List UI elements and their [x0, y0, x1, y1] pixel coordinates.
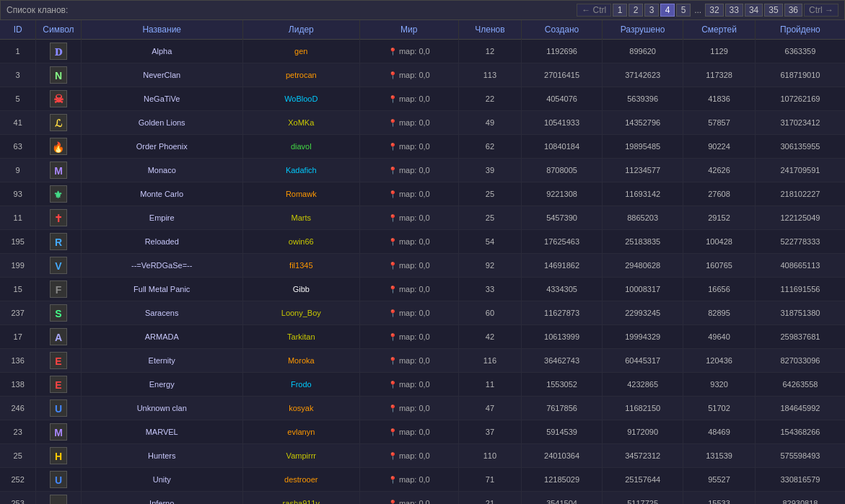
cell-leader[interactable]: Gibb	[242, 278, 359, 301]
cell-name[interactable]: Full Metal Panic	[81, 278, 242, 301]
cell-deaths: 1129	[683, 40, 756, 63]
cell-name[interactable]: --=VeRDGaSe=--	[81, 254, 242, 278]
cell-leader[interactable]: Vampirrr	[242, 444, 359, 468]
top-page-4[interactable]: 4	[660, 4, 675, 17]
cell-destroyed: 37142623	[603, 63, 683, 87]
cell-world[interactable]: 📍 map: 0,0	[359, 325, 458, 349]
cell-leader[interactable]: Romawk	[242, 182, 359, 206]
table-row[interactable]: 5 ☠ NeGaTiVe WoBlooD 📍 map: 0,0 22 40540…	[0, 87, 845, 111]
table-row[interactable]: 3 N NeverClan petrocan 📍 map: 0,0 113 27…	[0, 63, 845, 87]
top-ctrl-left[interactable]: ← Ctrl	[577, 4, 611, 17]
cell-created: 10840184	[521, 135, 602, 159]
top-page-3[interactable]: 3	[644, 4, 659, 17]
cell-leader[interactable]: Moroka	[242, 349, 359, 373]
cell-world[interactable]: 📍 map: 0,0	[359, 420, 458, 444]
cell-world[interactable]: 📍 map: 0,0	[359, 373, 458, 397]
table-row[interactable]: 63 🔥 Order Phoenix diavol 📍 map: 0,0 62 …	[0, 135, 845, 159]
cell-world[interactable]: 📍 map: 0,0	[359, 87, 458, 111]
table-row[interactable]: 253 ┐ Inferno rasha911v 📍 map: 0,0 21 35…	[0, 492, 845, 505]
cell-world[interactable]: 📍 map: 0,0	[359, 301, 458, 325]
cell-name[interactable]: Inferno	[81, 492, 242, 505]
cell-name[interactable]: Reloaded	[81, 230, 242, 254]
table-row[interactable]: 246 U Unknown clan kosyak 📍 map: 0,0 47 …	[0, 397, 845, 420]
top-page-35[interactable]: 35	[764, 4, 782, 17]
cell-name[interactable]: NeGaTiVe	[81, 87, 242, 111]
cell-name[interactable]: Eternity	[81, 349, 242, 373]
cell-name[interactable]: Monaco	[81, 159, 242, 182]
table-row[interactable]: 199 V --=VeRDGaSe=-- fil1345 📍 map: 0,0 …	[0, 254, 845, 278]
table-row[interactable]: 252 U Unity destrooer 📍 map: 0,0 71 1218…	[0, 468, 845, 492]
cell-world[interactable]: 📍 map: 0,0	[359, 159, 458, 182]
top-page-1[interactable]: 1	[613, 4, 627, 17]
cell-leader[interactable]: Marts	[242, 206, 359, 230]
cell-leader[interactable]: destrooer	[242, 468, 359, 492]
cell-world[interactable]: 📍 map: 0,0	[359, 111, 458, 135]
top-page-36[interactable]: 36	[784, 4, 802, 17]
cell-world[interactable]: 📍 map: 0,0	[359, 349, 458, 373]
cell-leader[interactable]: gen	[242, 40, 359, 63]
cell-world[interactable]: 📍 map: 0,0	[359, 492, 458, 505]
cell-name[interactable]: Empire	[81, 206, 242, 230]
table-row[interactable]: 17 A ARMADA Tarkitan 📍 map: 0,0 42 10613…	[0, 325, 845, 349]
top-page-32[interactable]: 32	[705, 4, 723, 17]
cell-leader[interactable]: kosyak	[242, 397, 359, 420]
cell-world[interactable]: 📍 map: 0,0	[359, 63, 458, 87]
cell-name[interactable]: Alpha	[81, 40, 242, 63]
cell-leader[interactable]: diavol	[242, 135, 359, 159]
cell-leader[interactable]: Frodo	[242, 373, 359, 397]
cell-leader[interactable]: petrocan	[242, 63, 359, 87]
cell-leader[interactable]: Kadafich	[242, 159, 359, 182]
cell-world[interactable]: 📍 map: 0,0	[359, 397, 458, 420]
cell-name[interactable]: Unknown clan	[81, 397, 242, 420]
cell-name[interactable]: ARMADA	[81, 325, 242, 349]
table-row[interactable]: 9 M Monaco Kadafich 📍 map: 0,0 39 870800…	[0, 159, 845, 182]
table-row[interactable]: 25 H Hunters Vampirrr 📍 map: 0,0 110 240…	[0, 444, 845, 468]
cell-destroyed: 25183835	[603, 230, 683, 254]
table-row[interactable]: 41 ℒ Golden Lions XoMKa 📍 map: 0,0 49 10…	[0, 111, 845, 135]
cell-world[interactable]: 📍 map: 0,0	[359, 468, 458, 492]
cell-world[interactable]: 📍 map: 0,0	[359, 182, 458, 206]
cell-name[interactable]: MARVEL	[81, 420, 242, 444]
table-row[interactable]: 1 𝐃 Alpha gen 📍 map: 0,0 12 1192696 8996…	[0, 40, 845, 63]
cell-world[interactable]: 📍 map: 0,0	[359, 206, 458, 230]
top-page-33[interactable]: 33	[725, 4, 743, 17]
cell-leader[interactable]: XoMKa	[242, 111, 359, 135]
clan-symbol-icon: N	[50, 66, 67, 84]
cell-world[interactable]: 📍 map: 0,0	[359, 444, 458, 468]
table-row[interactable]: 23 M MARVEL evlanyn 📍 map: 0,0 37 591453…	[0, 420, 845, 444]
cell-name[interactable]: Order Phoenix	[81, 135, 242, 159]
cell-world[interactable]: 📍 map: 0,0	[359, 135, 458, 159]
table-row[interactable]: 237 S Saracens Loony_Boy 📍 map: 0,0 60 1…	[0, 301, 845, 325]
table-row[interactable]: 15 F Full Metal Panic Gibb 📍 map: 0,0 33…	[0, 278, 845, 301]
cell-world[interactable]: 📍 map: 0,0	[359, 278, 458, 301]
cell-name[interactable]: Saracens	[81, 301, 242, 325]
cell-name[interactable]: Unity	[81, 468, 242, 492]
cell-name[interactable]: Energy	[81, 373, 242, 397]
top-page-2[interactable]: 2	[629, 4, 643, 17]
cell-world[interactable]: 📍 map: 0,0	[359, 254, 458, 278]
cell-leader[interactable]: rasha911v	[242, 492, 359, 505]
cell-leader[interactable]: WoBlooD	[242, 87, 359, 111]
cell-name[interactable]: Golden Lions	[81, 111, 242, 135]
cell-leader[interactable]: fil1345	[242, 254, 359, 278]
cell-leader[interactable]: evlanyn	[242, 420, 359, 444]
table-row[interactable]: 11 ✝ Empire Marts 📍 map: 0,0 25 5457390 …	[0, 206, 845, 230]
cell-leader[interactable]: Tarkitan	[242, 325, 359, 349]
top-page-34[interactable]: 34	[745, 4, 763, 17]
table-row[interactable]: 195 R Reloaded owin66 📍 map: 0,0 54 1762…	[0, 230, 845, 254]
top-page-5[interactable]: 5	[676, 4, 691, 17]
top-ctrl-right[interactable]: Ctrl →	[804, 4, 839, 17]
table-row[interactable]: 93 ⚜ Monte Carlo Romawk 📍 map: 0,0 25 92…	[0, 182, 845, 206]
cell-name[interactable]: NeverClan	[81, 63, 242, 87]
cell-symbol: N	[36, 63, 81, 87]
clan-symbol-icon: F	[50, 280, 67, 298]
cell-name[interactable]: Hunters	[81, 444, 242, 468]
cell-name[interactable]: Monte Carlo	[81, 182, 242, 206]
cell-world[interactable]: 📍 map: 0,0	[359, 40, 458, 63]
table-row[interactable]: 138 E Energy Frodo 📍 map: 0,0 11 1553052…	[0, 373, 845, 397]
table-row[interactable]: 136 E Eternity Moroka 📍 map: 0,0 116 364…	[0, 349, 845, 373]
cell-world[interactable]: 📍 map: 0,0	[359, 230, 458, 254]
cell-leader[interactable]: Loony_Boy	[242, 301, 359, 325]
cell-leader[interactable]: owin66	[242, 230, 359, 254]
cell-id: 63	[0, 135, 36, 159]
